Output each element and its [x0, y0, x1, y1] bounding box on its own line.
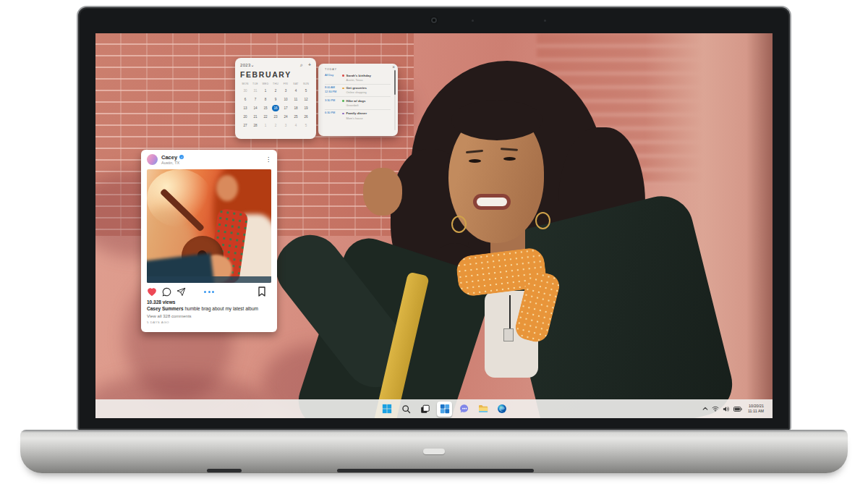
calendar-day[interactable]: 28 — [250, 122, 260, 130]
tray-date: 10/20/21 — [748, 404, 764, 409]
desktop-screen: 2023⌄ ⌕ + FEBRUARY MONTUEWEDTHUFRISATSUN… — [95, 33, 773, 418]
laptop-base — [20, 430, 848, 473]
calendar-year-selector[interactable]: 2023⌄ — [240, 62, 255, 67]
calendar-day[interactable]: 21 — [250, 113, 260, 121]
calendar-day[interactable]: 5 — [301, 122, 311, 130]
calendar-day[interactable]: 24 — [281, 113, 291, 121]
verified-badge-icon: ✓ — [179, 155, 184, 159]
hinge-notch — [423, 449, 445, 454]
event-subtitle: Mom's house — [346, 116, 391, 120]
calendar-day[interactable]: 30 — [240, 87, 250, 95]
calendar-day[interactable]: 3 — [281, 87, 291, 95]
avatar[interactable] — [147, 154, 158, 165]
share-icon[interactable] — [176, 287, 186, 297]
calendar-day[interactable]: 17 — [281, 104, 291, 112]
event-subtitle: Online shopping — [346, 90, 391, 94]
more-options-icon[interactable]: ⋮ — [265, 156, 271, 163]
like-heart-icon[interactable] — [147, 287, 157, 297]
webcam — [431, 17, 437, 23]
event-time: 6:30 PM — [325, 111, 341, 120]
calendar-day[interactable]: 20 — [240, 113, 250, 121]
file-explorer-icon[interactable] — [477, 402, 490, 415]
wifi-icon[interactable] — [712, 406, 719, 412]
start-icon[interactable] — [380, 402, 393, 415]
post-location[interactable]: Austin, TX — [161, 161, 265, 166]
post-username[interactable]: Cacey — [161, 154, 177, 161]
agenda-header: TODAY — [325, 68, 391, 71]
calendar-day[interactable]: 1 — [260, 87, 271, 95]
calendar-day-headers: MONTUEWEDTHUFRISATSUN — [240, 82, 311, 85]
calendar-day[interactable]: 6 — [240, 95, 250, 103]
agenda-event-row[interactable]: 3:30 PMHike w/ dogsGreenbelt — [325, 96, 391, 109]
calendar-widget: 2023⌄ ⌕ + FEBRUARY MONTUEWEDTHUFRISATSUN… — [235, 58, 316, 139]
calendar-day[interactable]: 3 — [281, 122, 291, 130]
view-comments-link[interactable]: View all 328 comments — [147, 314, 271, 318]
post-photo-ukulele[interactable] — [147, 169, 271, 283]
calendar-day[interactable]: 11 — [291, 95, 301, 103]
calendar-day[interactable]: 22 — [260, 113, 271, 121]
calendar-day-selected[interactable]: 16 — [271, 104, 281, 112]
carousel-dots — [204, 291, 214, 293]
calendar-day[interactable]: 4 — [291, 87, 301, 95]
comment-icon[interactable] — [162, 287, 171, 297]
calendar-day[interactable]: 4 — [291, 122, 301, 130]
task-view-icon[interactable] — [418, 402, 431, 415]
chevron-down-icon: ⌄ — [251, 63, 255, 67]
woman-hand — [363, 168, 402, 216]
calendar-day-header: THU — [271, 82, 281, 85]
calendar-day[interactable]: 15 — [260, 104, 271, 112]
chat-icon[interactable] — [458, 402, 471, 415]
calendar-day[interactable]: 14 — [250, 104, 260, 112]
post-timestamp: 5 DAYS AGO — [147, 320, 271, 324]
necklace-cord — [509, 295, 511, 330]
chevron-up-icon[interactable] — [702, 406, 708, 412]
calendar-month-title: FEBRUARY — [240, 70, 311, 79]
scrollbar-thumb[interactable] — [394, 70, 396, 95]
calendar-day-header: MON — [240, 82, 250, 85]
microphone-dot — [472, 20, 474, 22]
woman-hair-fringe — [451, 100, 542, 140]
calendar-day[interactable]: 8 — [260, 95, 271, 103]
calendar-day[interactable]: 1 — [260, 122, 271, 130]
post-author[interactable]: Casey Summers — [147, 306, 184, 311]
event-color-dot — [342, 113, 344, 115]
laptop-foot — [337, 469, 534, 472]
calendar-day[interactable]: 9 — [271, 95, 281, 103]
battery-icon[interactable] — [733, 407, 742, 412]
agenda-event-row[interactable]: 6:30 PMFamily dinnerMom's house — [325, 109, 391, 122]
active-app-icon[interactable] — [437, 402, 452, 417]
bookmark-icon[interactable] — [258, 286, 266, 297]
event-subtitle: Austin, Texas — [346, 78, 391, 82]
add-event-icon[interactable]: + — [308, 62, 311, 67]
search-icon[interactable]: ⌕ — [300, 62, 303, 67]
calendar-day[interactable]: 23 — [271, 113, 281, 121]
calendar-day[interactable]: 25 — [291, 113, 301, 121]
woman-smile-teeth — [477, 198, 507, 206]
calendar-day[interactable]: 12 — [301, 95, 311, 103]
post-view-count: 10.328 views — [147, 300, 271, 305]
taskbar-clock[interactable]: 10/20/21 11:11 AM — [748, 404, 764, 415]
calendar-day[interactable]: 2 — [271, 122, 281, 130]
calendar-day[interactable]: 7 — [250, 95, 260, 103]
search-icon[interactable] — [399, 402, 412, 415]
agenda-event-row[interactable]: All DaySarah's birthdayAustin, Texas — [325, 72, 391, 84]
calendar-day[interactable]: 26 — [301, 113, 311, 121]
laptop-lid: 2023⌄ ⌕ + FEBRUARY MONTUEWEDTHUFRISATSUN… — [77, 6, 791, 430]
calendar-day[interactable]: 5 — [301, 87, 311, 95]
photo-face — [216, 175, 238, 201]
calendar-day[interactable]: 19 — [301, 104, 311, 112]
calendar-day[interactable]: 18 — [291, 104, 301, 112]
edge-icon[interactable] — [495, 402, 509, 415]
post-header: Cacey ✓ Austin, TX ⋮ — [141, 150, 277, 169]
carousel-dot — [204, 291, 206, 293]
calendar-day[interactable]: 10 — [281, 95, 291, 103]
calendar-day[interactable]: 31 — [250, 87, 260, 95]
agenda-event-row[interactable]: 8:00 AM12:30 PMGet groceriesOnline shopp… — [325, 84, 391, 97]
volume-icon[interactable] — [723, 406, 730, 412]
event-color-dot — [342, 88, 344, 90]
post-caption: Casey Summers humble brag about my lates… — [147, 306, 271, 313]
calendar-day[interactable]: 27 — [240, 122, 250, 130]
calendar-day[interactable]: 13 — [240, 104, 250, 112]
calendar-day[interactable]: 2 — [271, 87, 281, 95]
taskbar-icon-group — [380, 399, 509, 418]
